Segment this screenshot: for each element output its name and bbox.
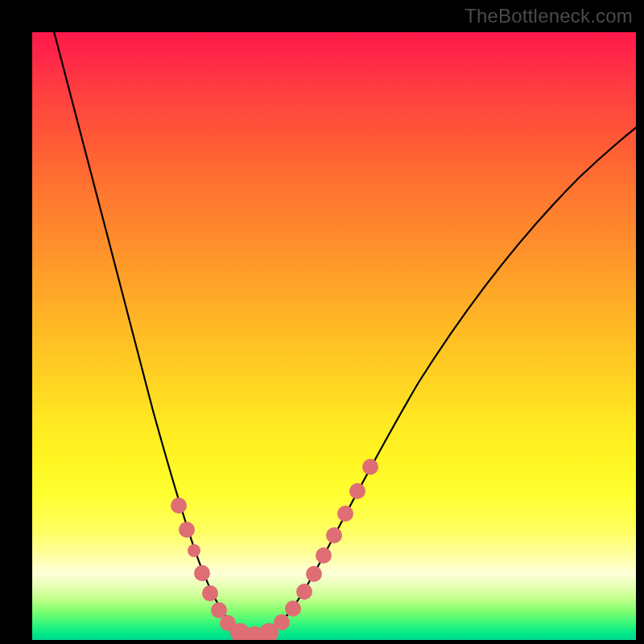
marker-dot [188, 544, 200, 557]
marker-dots [171, 459, 378, 640]
marker-dot [362, 459, 378, 475]
marker-dot [274, 614, 290, 630]
marker-dot [202, 585, 218, 601]
bottleneck-curve [50, 32, 636, 636]
marker-dot [306, 566, 322, 582]
marker-dot [171, 497, 187, 514]
marker-dot [316, 547, 332, 564]
marker-dot [296, 584, 312, 600]
watermark-text: TheBottleneck.com [464, 5, 633, 27]
marker-dot [285, 601, 301, 617]
plot-area [32, 32, 636, 640]
marker-dot [326, 527, 342, 543]
marker-dot [179, 522, 195, 538]
marker-dot [194, 565, 210, 581]
marker-dot [349, 483, 365, 499]
curve-layer [32, 32, 636, 640]
marker-dot [337, 506, 353, 522]
